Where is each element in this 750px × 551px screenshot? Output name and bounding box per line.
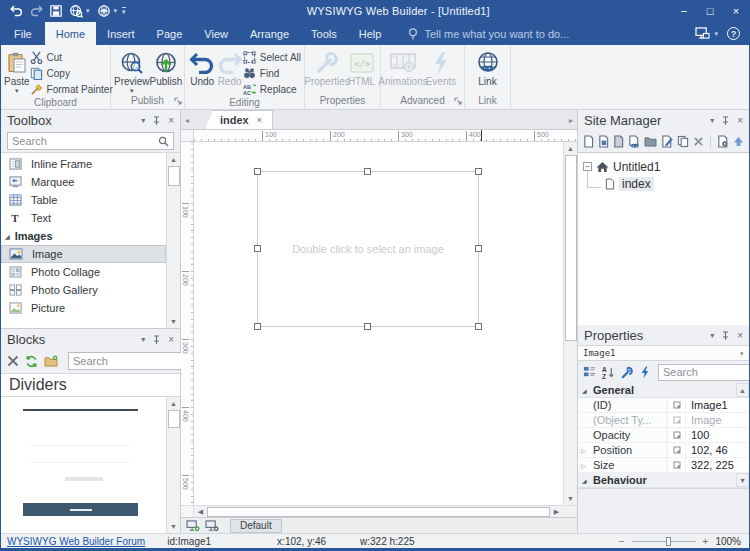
publish-dropdown-caret[interactable]: ▾: [114, 7, 118, 15]
properties-search-input[interactable]: [663, 366, 750, 378]
save-icon[interactable]: [50, 5, 62, 17]
edit-page-icon[interactable]: [661, 135, 673, 148]
properties-button[interactable]: Properties: [308, 48, 346, 87]
paste-dropdown-caret[interactable]: ▾: [15, 87, 19, 95]
property-row-opacity[interactable]: Opacity 100: [578, 428, 749, 443]
canvas-vertical-scrollbar[interactable]: ▲ ▼: [563, 142, 577, 505]
select-all-button[interactable]: Select All: [243, 50, 301, 65]
add-breakpoint-icon[interactable]: [186, 520, 200, 532]
paste-button[interactable]: Paste ▾: [4, 48, 30, 95]
replace-button[interactable]: ABAC Replace: [243, 82, 301, 97]
blocks-pin-icon[interactable]: [153, 335, 160, 344]
delete-page-icon[interactable]: [693, 136, 704, 147]
maximize-button[interactable]: □: [697, 0, 723, 22]
selection-handle[interactable]: [254, 245, 261, 252]
divider-preview-light[interactable]: [31, 445, 130, 463]
site-manager-pin-icon[interactable]: [722, 116, 729, 125]
tab-scroll-right-icon[interactable]: ▸: [565, 111, 577, 129]
site-manager-close-icon[interactable]: ×: [737, 115, 743, 126]
blocks-close-icon[interactable]: ×: [168, 334, 174, 345]
publish-dialog-launcher-icon[interactable]: [174, 97, 182, 105]
toolbox-item-text[interactable]: T Text: [1, 209, 166, 227]
toolbox-search-input[interactable]: [12, 135, 158, 147]
tab-home[interactable]: Home: [45, 22, 96, 45]
tab-view[interactable]: View: [193, 22, 239, 45]
tab-tools[interactable]: Tools: [300, 22, 348, 45]
preview-dropdown-caret[interactable]: ▾: [86, 7, 90, 15]
blocks-menu-caret-icon[interactable]: ▾: [141, 335, 145, 344]
toolbox-item-picture[interactable]: Picture: [1, 299, 166, 317]
preview-button[interactable]: Preview ▾: [114, 48, 150, 95]
zoom-slider-handle[interactable]: [666, 537, 671, 546]
category-behaviour[interactable]: ◢ Behaviour ▼: [578, 473, 749, 488]
divider-preview-dark-bar[interactable]: [23, 503, 138, 516]
redo-button[interactable]: Redo: [216, 48, 243, 87]
advanced-dialog-launcher-icon[interactable]: [454, 97, 462, 105]
toolbox-item-photo-collage[interactable]: Photo Collage: [1, 263, 166, 281]
display-mode-icon[interactable]: [695, 27, 710, 40]
property-row-id[interactable]: (ID) Image1: [578, 398, 749, 413]
toolbox-item-photo-gallery[interactable]: Photo Gallery: [1, 281, 166, 299]
minimize-button[interactable]: −: [671, 0, 697, 22]
toolbox-item-image[interactable]: Image: [1, 245, 166, 263]
publish-button[interactable]: Publish: [150, 48, 183, 87]
selection-handle[interactable]: [254, 168, 261, 175]
divider-preview-line[interactable]: [23, 409, 138, 411]
zoom-in-icon[interactable]: +: [703, 536, 709, 547]
page-link-icon[interactable]: [628, 135, 640, 148]
scroll-down-icon[interactable]: ▼: [167, 520, 180, 533]
folder-icon[interactable]: [644, 136, 657, 147]
scroll-up-icon[interactable]: ▲: [167, 397, 180, 410]
categorized-view-icon[interactable]: [583, 366, 596, 379]
page-properties-icon[interactable]: [717, 135, 729, 148]
scrollbar-thumb[interactable]: [207, 507, 550, 517]
page-canvas[interactable]: Double click to select an image: [194, 142, 563, 505]
breakpoint-tab-default[interactable]: Default: [230, 519, 282, 533]
animations-button[interactable]: Animations: [384, 48, 422, 87]
selected-image-object[interactable]: Double click to select an image: [257, 171, 479, 327]
page-template-icon[interactable]: [613, 135, 624, 148]
move-up-icon[interactable]: [733, 136, 744, 147]
toolbox-menu-caret-icon[interactable]: ▾: [141, 116, 145, 125]
scroll-down-icon[interactable]: ▼: [564, 492, 577, 505]
zoom-out-icon[interactable]: −: [619, 536, 625, 547]
undo-icon[interactable]: [10, 5, 23, 17]
copy-button[interactable]: Copy: [30, 66, 113, 81]
blocks-scrollbar[interactable]: ▲ ▼: [166, 397, 180, 533]
undo-button[interactable]: Undo: [188, 48, 216, 87]
blocks-category-heading[interactable]: Dividers: [1, 373, 180, 397]
properties-close-icon[interactable]: ×: [737, 330, 743, 341]
tab-page[interactable]: Page: [146, 22, 194, 45]
toolbox-section-images[interactable]: ◢ Images: [1, 227, 166, 245]
selection-handle[interactable]: [364, 323, 371, 330]
new-page-icon[interactable]: [583, 135, 594, 148]
property-row-position[interactable]: ▷ Position 102, 46: [578, 443, 749, 458]
help-icon[interactable]: ?: [727, 27, 740, 40]
category-general[interactable]: ◢ General ▲: [578, 383, 749, 398]
search-icon[interactable]: [158, 136, 169, 147]
site-manager-menu-caret-icon[interactable]: ▾: [710, 116, 714, 125]
find-button[interactable]: Find: [243, 66, 301, 81]
selection-handle[interactable]: [254, 323, 261, 330]
divider-preview-text[interactable]: [65, 477, 103, 481]
site-tree-root[interactable]: − Untitled1: [583, 158, 744, 175]
display-mode-caret[interactable]: ▾: [714, 30, 718, 38]
scroll-up-icon[interactable]: ▲: [564, 142, 577, 155]
scrollbar-thumb[interactable]: [168, 166, 180, 186]
selection-handle[interactable]: [364, 168, 371, 175]
site-tree-page-index[interactable]: index: [583, 175, 744, 192]
combo-dropdown-caret-icon[interactable]: ▾: [739, 349, 744, 358]
new-master-page-icon[interactable]: [598, 135, 609, 148]
selection-handle[interactable]: [475, 245, 482, 252]
toolbox-pin-icon[interactable]: [153, 116, 160, 125]
sort-az-icon[interactable]: AZ: [602, 366, 615, 379]
properties-pin-icon[interactable]: [722, 331, 729, 340]
tab-file[interactable]: File: [1, 22, 45, 45]
blocks-clear-icon[interactable]: [7, 355, 19, 367]
events-button[interactable]: Events: [422, 48, 460, 87]
toolbox-item-table[interactable]: Table: [1, 191, 166, 209]
expand-icon[interactable]: ▷: [581, 462, 586, 469]
tab-arrange[interactable]: Arrange: [239, 22, 300, 45]
grid-scroll-up-icon[interactable]: ▲: [736, 383, 749, 397]
tab-close-icon[interactable]: ×: [257, 115, 262, 125]
